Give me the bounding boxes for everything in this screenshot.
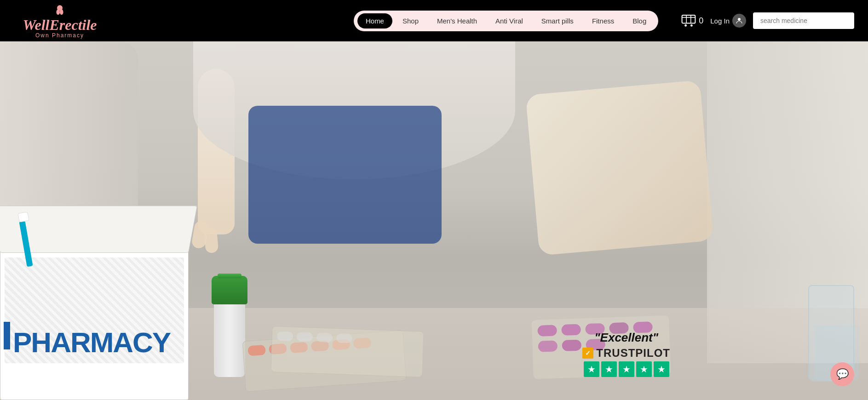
header: WellErectile Own Pharmacy Home Shop Men'… xyxy=(0,0,868,41)
header-right: 0 Log In xyxy=(681,12,854,29)
nav-item-blog[interactable]: Blog xyxy=(624,13,655,29)
star-3: ★ xyxy=(619,361,634,377)
logo-subtitle: Own Pharmacy xyxy=(35,32,84,39)
hero-section: PHARMACY xyxy=(0,41,868,400)
svg-point-8 xyxy=(690,24,693,27)
nav-item-anti-viral[interactable]: Anti Viral xyxy=(487,13,531,29)
nav-item-smart-pills[interactable]: Smart pills xyxy=(533,13,582,29)
star-4: ★ xyxy=(636,361,652,377)
user-icon xyxy=(732,14,746,28)
nav-item-fitness[interactable]: Fitness xyxy=(584,13,622,29)
blister-packs xyxy=(244,317,428,391)
cart-button[interactable]: 0 xyxy=(681,14,703,27)
login-button[interactable]: Log In xyxy=(710,14,746,28)
nav-item-home[interactable]: Home xyxy=(357,13,392,29)
nav-item-mens-health[interactable]: Men's Health xyxy=(429,13,485,29)
chat-icon: 💬 xyxy=(836,368,849,380)
trustpilot-checkmark: ✓ xyxy=(582,348,593,359)
logo-icon xyxy=(53,3,67,17)
hero-background: PHARMACY xyxy=(0,41,868,400)
chat-button[interactable]: 💬 xyxy=(830,362,854,386)
cart-icon xyxy=(681,14,696,27)
svg-point-1 xyxy=(57,9,60,15)
nav: Home Shop Men's Health Anti Viral Smart … xyxy=(354,11,658,31)
search-input[interactable] xyxy=(753,12,854,29)
logo[interactable]: WellErectile Own Pharmacy xyxy=(14,3,106,39)
star-2: ★ xyxy=(601,361,617,377)
trustpilot-logo: ✓ TRUSTPILOT xyxy=(582,347,670,360)
person-torso xyxy=(193,41,515,244)
pharmacy-label: PHARMACY xyxy=(13,326,170,359)
logo-name: WellErectile xyxy=(23,17,97,32)
trustpilot-badge: "Excellent" ✓ TRUSTPILOT ★ ★ ★ ★ ★ xyxy=(582,331,670,377)
cart-count: 0 xyxy=(699,16,703,26)
trustpilot-stars: ★ ★ ★ ★ ★ xyxy=(582,361,670,377)
nav-item-shop[interactable]: Shop xyxy=(394,13,427,29)
svg-rect-3 xyxy=(682,15,696,23)
login-label: Log In xyxy=(710,17,730,25)
trustpilot-name: TRUSTPILOT xyxy=(596,347,670,360)
trustpilot-excellent-text: "Excellent" xyxy=(582,331,670,345)
svg-point-9 xyxy=(738,18,741,21)
right-hand xyxy=(532,87,707,280)
pharmacy-box: PHARMACY xyxy=(0,207,198,400)
svg-point-7 xyxy=(684,24,687,27)
svg-point-2 xyxy=(60,9,63,15)
star-5: ★ xyxy=(654,361,669,377)
star-1: ★ xyxy=(584,361,599,377)
